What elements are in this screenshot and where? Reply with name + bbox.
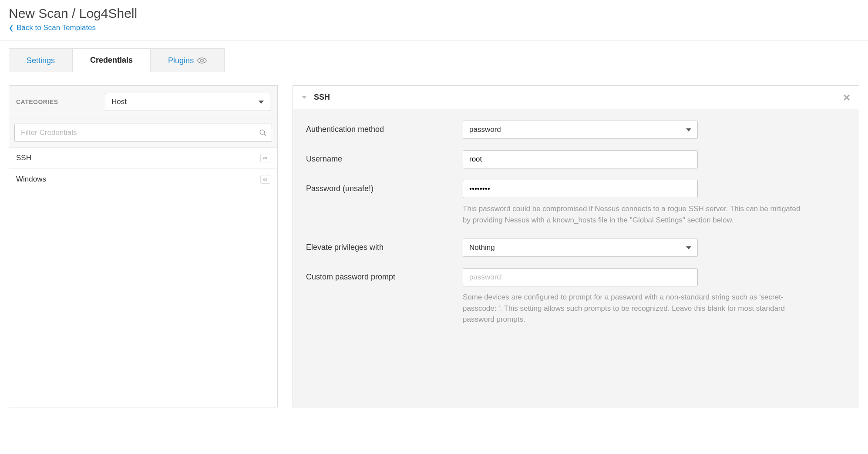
tab-settings[interactable]: Settings bbox=[9, 48, 72, 72]
categories-row: CATEGORIES Host bbox=[9, 86, 277, 118]
elevate-value: Nothing bbox=[469, 243, 495, 252]
chevron-down-icon bbox=[259, 101, 264, 104]
custom-prompt-label: Custom password prompt bbox=[306, 268, 463, 282]
tab-label: Plugins bbox=[168, 56, 194, 65]
elevate-select[interactable]: Nothing bbox=[463, 239, 698, 257]
auth-method-label: Authentication method bbox=[306, 121, 463, 134]
chevron-down-icon bbox=[686, 246, 691, 249]
list-item-label: SSH bbox=[16, 154, 31, 162]
categories-label: CATEGORIES bbox=[16, 98, 58, 105]
category-selected-value: Host bbox=[111, 98, 127, 106]
credential-form: Authentication method password Username bbox=[293, 109, 859, 340]
collapse-icon[interactable] bbox=[302, 96, 307, 99]
svg-line-3 bbox=[264, 134, 266, 136]
username-input[interactable] bbox=[463, 150, 698, 168]
tab-plugins[interactable]: Plugins bbox=[150, 48, 225, 72]
credential-detail-panel: SSH Authentication method password bbox=[293, 85, 859, 407]
filter-credentials-input[interactable] bbox=[14, 124, 272, 142]
eye-icon bbox=[197, 57, 207, 64]
page-header: New Scan / Log4Shell ❮ Back to Scan Temp… bbox=[0, 0, 868, 40]
infinity-badge: ∞ bbox=[260, 154, 270, 162]
page-title: New Scan / Log4Shell bbox=[9, 6, 859, 21]
username-label: Username bbox=[306, 150, 463, 164]
tab-bar: Settings Credentials Plugins bbox=[9, 48, 868, 72]
chevron-left-icon: ❮ bbox=[9, 24, 14, 31]
search-icon bbox=[259, 129, 267, 137]
password-input[interactable] bbox=[463, 180, 698, 198]
auth-method-select[interactable]: password bbox=[463, 121, 698, 139]
custom-prompt-input[interactable] bbox=[463, 268, 698, 286]
close-icon[interactable] bbox=[843, 94, 850, 101]
infinity-badge: ∞ bbox=[260, 175, 270, 184]
category-select[interactable]: Host bbox=[105, 93, 270, 111]
password-label: Password (unsafe!) bbox=[306, 180, 463, 193]
svg-point-0 bbox=[198, 58, 206, 63]
panel-title: SSH bbox=[314, 93, 330, 102]
credentials-sidebar: CATEGORIES Host SSH bbox=[9, 85, 278, 407]
elevate-label: Elevate privileges with bbox=[306, 239, 463, 252]
list-item-label: Windows bbox=[16, 175, 46, 184]
credential-type-ssh[interactable]: SSH ∞ bbox=[9, 148, 277, 169]
tab-label: Credentials bbox=[90, 56, 133, 65]
tab-label: Settings bbox=[27, 56, 55, 65]
back-link[interactable]: ❮ Back to Scan Templates bbox=[9, 24, 96, 32]
chevron-down-icon bbox=[686, 128, 691, 131]
auth-method-value: password bbox=[469, 125, 501, 134]
svg-point-2 bbox=[260, 130, 265, 135]
custom-prompt-help-text: Some devices are configured to prompt fo… bbox=[463, 292, 807, 325]
password-help-text: This password could be compromised if Ne… bbox=[463, 203, 807, 225]
panel-header: SSH bbox=[293, 86, 859, 109]
back-link-label: Back to Scan Templates bbox=[17, 24, 96, 32]
filter-row bbox=[9, 118, 277, 148]
svg-point-1 bbox=[201, 59, 203, 62]
credential-type-windows[interactable]: Windows ∞ bbox=[9, 169, 277, 190]
tab-credentials[interactable]: Credentials bbox=[72, 48, 150, 72]
